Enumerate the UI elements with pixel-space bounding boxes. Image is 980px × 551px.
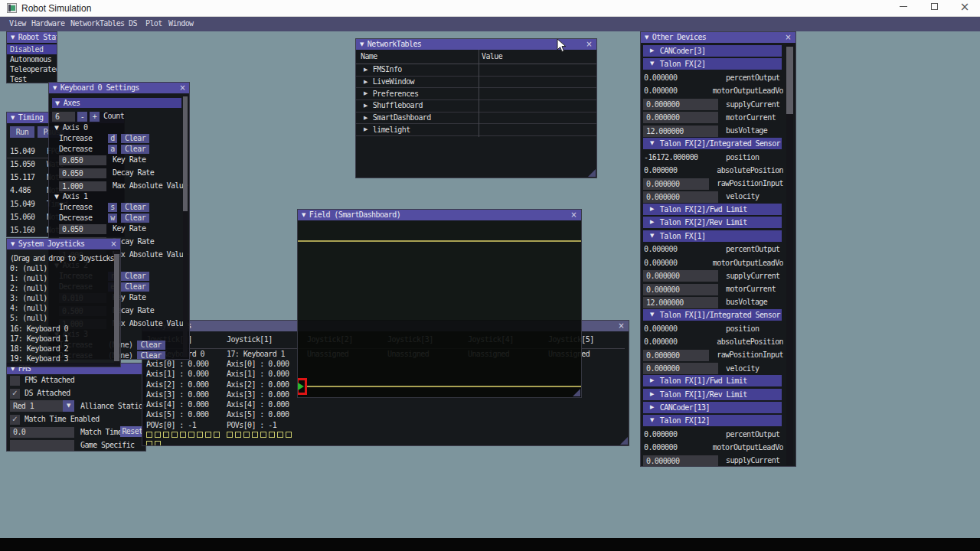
expand-icon[interactable]: ▶	[646, 402, 654, 413]
networktable-row-fmsinfo[interactable]: ▶FMSInfo	[356, 64, 596, 77]
expand-icon[interactable]: ▶	[356, 80, 368, 85]
clear-button[interactable]: Clear	[121, 145, 149, 154]
menu-item-plot[interactable]: Plot	[145, 19, 162, 28]
match-time-input[interactable]: 0.0	[10, 427, 74, 438]
collapse-icon[interactable]: ▼	[646, 309, 654, 321]
other-devices-titlebar[interactable]: ▼Other Devices×	[641, 32, 795, 43]
scrollbar-thumb[interactable]	[786, 47, 793, 114]
close-icon[interactable]: ×	[618, 322, 624, 330]
device-value-input[interactable]: 0.000000	[643, 191, 718, 203]
close-icon[interactable]: ×	[110, 240, 116, 248]
system-joysticks-titlebar[interactable]: ▼System Joysticks×	[7, 239, 120, 249]
ds-attached-checkbox[interactable]: ✓	[10, 389, 20, 399]
close-icon[interactable]: ×	[570, 211, 577, 219]
device-value-input[interactable]: 12.000000	[643, 297, 718, 308]
device-value-input[interactable]: 0.000000	[643, 99, 718, 110]
field-canvas[interactable]	[298, 220, 581, 397]
rate-input[interactable]: 0.050	[59, 155, 106, 165]
clear-button[interactable]: Clear	[121, 203, 149, 212]
binding-key-button[interactable]: d	[108, 134, 117, 143]
alliance-station-select[interactable]: Red 1▼	[10, 400, 74, 412]
count-minus-button[interactable]: -	[77, 112, 87, 122]
device-value-input[interactable]: 0.000000	[643, 455, 718, 466]
expand-icon[interactable]: ▶	[646, 389, 654, 400]
menu-item-networktables[interactable]: NetworkTables	[70, 19, 124, 28]
system-joystick-item[interactable]: 17: Keyboard 1	[7, 334, 120, 344]
axes-section-header[interactable]: ▼ Axes	[52, 98, 181, 108]
collapse-icon[interactable]: ▼	[645, 35, 648, 41]
clear-button[interactable]: Clear	[121, 214, 149, 223]
rate-input[interactable]: 0.050	[59, 224, 106, 234]
robot-state-option-autonomous[interactable]: Autonomous	[7, 54, 57, 64]
collapse-icon[interactable]: ▼	[646, 230, 654, 242]
device-section-header[interactable]: ▼Talon FX[1]/Integrated Sensor	[643, 309, 782, 321]
menu-item-view[interactable]: View	[9, 19, 26, 28]
device-value-input[interactable]: 0.000000	[643, 178, 709, 190]
device-value-input[interactable]: 0.000000	[643, 284, 718, 295]
game-specific-input[interactable]	[10, 440, 74, 451]
networktable-row-preferences[interactable]: ▶Preferences	[356, 88, 596, 100]
binding-key-button[interactable]: s	[108, 203, 117, 212]
minimize-button[interactable]	[888, 0, 919, 17]
device-section-header[interactable]: ▼Talon FX[2]/Integrated Sensor	[643, 138, 782, 149]
system-joystick-item[interactable]: 3: (null)	[7, 293, 120, 303]
system-joystick-item[interactable]: 5: (null)	[7, 313, 120, 323]
axis-header[interactable]: ▼ Axis 0	[49, 124, 189, 133]
clear-button[interactable]: Clear	[137, 351, 165, 360]
collapse-icon[interactable]: ▼	[302, 213, 305, 218]
maximize-button[interactable]	[919, 0, 949, 17]
device-section-header[interactable]: ▼Talon FX[2]	[643, 58, 782, 70]
joystick-column-header[interactable]: Joystick[1]	[227, 336, 305, 346]
match-time-enabled-checkbox[interactable]: ✓	[10, 415, 20, 425]
menu-item-window[interactable]: Window	[168, 19, 194, 28]
system-joystick-item[interactable]: 4: (null)	[7, 303, 120, 313]
collapse-icon[interactable]: ▼	[360, 42, 364, 47]
binding-key-button[interactable]: a	[108, 145, 117, 154]
menu-item-ds[interactable]: DS	[129, 19, 137, 28]
system-joystick-item[interactable]: 2: (null)	[7, 283, 120, 293]
resize-grip[interactable]	[588, 169, 596, 177]
device-value-input[interactable]: 0.000000	[643, 112, 718, 123]
fms-attached-checkbox[interactable]	[10, 376, 20, 386]
close-icon[interactable]: ×	[586, 41, 592, 48]
collapse-icon[interactable]: ▼	[11, 242, 15, 247]
system-joystick-item[interactable]: 0: (null)	[7, 263, 120, 273]
networktable-row-livewindow[interactable]: ▶LiveWindow	[356, 77, 596, 89]
axis-count-input[interactable]: 6	[52, 112, 75, 122]
rate-input[interactable]: 1.000	[59, 181, 106, 191]
resize-grip[interactable]	[573, 389, 580, 396]
robot-state-option-teleoperated[interactable]: Teleoperated	[7, 64, 57, 74]
expand-icon[interactable]: ▶	[646, 204, 654, 215]
device-value-input[interactable]: 0.000000	[643, 350, 709, 361]
clear-button[interactable]: Clear	[121, 134, 149, 143]
expand-icon[interactable]: ▶	[356, 116, 368, 121]
device-section-header[interactable]: ▼Talon FX[1]	[643, 230, 782, 242]
scrollbar-thumb[interactable]	[114, 254, 119, 361]
expand-icon[interactable]: ▶	[646, 217, 654, 228]
field-titlebar[interactable]: ▼Field (SmartDashboard)×	[298, 210, 581, 220]
expand-icon[interactable]: ▶	[356, 67, 368, 73]
device-section-header[interactable]: ▶CANCoder[13]	[643, 402, 782, 413]
run-button[interactable]: Run	[10, 126, 34, 138]
system-joystick-item[interactable]: 1: (null)	[7, 273, 120, 283]
networktable-row-smartdashboard[interactable]: ▶SmartDashboard	[356, 112, 596, 125]
device-section-header[interactable]: ▶CANCoder[3]	[643, 45, 782, 57]
count-plus-button[interactable]: +	[90, 112, 100, 122]
device-value-input[interactable]: 0.000000	[643, 363, 718, 374]
collapse-icon[interactable]: ▼	[53, 86, 57, 91]
column-header-name[interactable]: Name	[361, 53, 377, 60]
column-header-value[interactable]: Value	[482, 53, 502, 60]
system-joystick-item[interactable]: 16: Keyboard 0	[7, 324, 120, 334]
menu-item-hardware[interactable]: Hardware	[31, 19, 64, 28]
robot-state-titlebar[interactable]: ▼Robot State	[7, 32, 57, 43]
expand-icon[interactable]: ▶	[356, 103, 368, 109]
device-section-header[interactable]: ▼Talon FX[12]	[643, 415, 782, 426]
expand-icon[interactable]: ▶	[356, 91, 368, 96]
networktable-row-limelight[interactable]: ▶limelight	[356, 125, 596, 137]
rate-input[interactable]: 0.050	[59, 168, 106, 178]
expand-icon[interactable]: ▶	[646, 45, 654, 57]
close-icon[interactable]: ×	[785, 34, 791, 41]
clear-button[interactable]: Clear	[121, 282, 149, 292]
keyboard-settings-titlebar[interactable]: ▼Keyboard 0 Settings×	[49, 83, 189, 93]
collapse-icon[interactable]: ▼	[646, 138, 654, 149]
